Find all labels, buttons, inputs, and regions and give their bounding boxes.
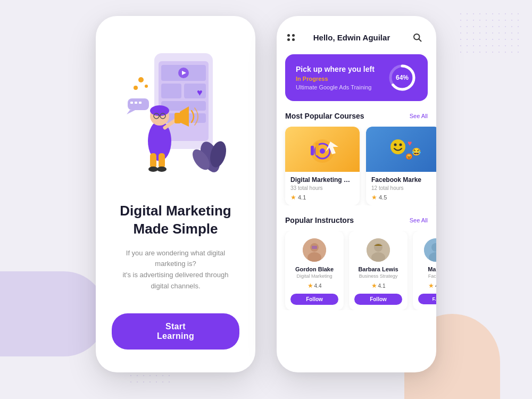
instructor-name-gordon: Gordon Blake — [295, 266, 334, 272]
courses-section-header: Most Popular Courses See All — [277, 112, 436, 120]
dashboard-header: Hello, Edwin Aguilar — [277, 16, 436, 54]
follow-button-gordon[interactable]: Follow — [290, 294, 338, 305]
star-icon: ★ — [290, 194, 296, 201]
instructor-card-gordon[interactable]: Gordon Blake Digital Marketing ★ 4.4 Fol… — [285, 231, 344, 310]
course-card-body-1: Digital Marketing Cousre 33 total hours … — [285, 172, 360, 205]
instructors-row: Gordon Blake Digital Marketing ★ 4.4 Fol… — [277, 231, 436, 310]
menu-dot — [287, 34, 290, 37]
course-card-2[interactable]: ♥ 😂 😡 Facebook Marke 12 total hours ★ 4.… — [366, 127, 436, 205]
onboarding-content: Digital MarketingMade Simple If you are … — [112, 202, 239, 351]
svg-text:😂: 😂 — [412, 147, 421, 156]
course-hours-2: 12 total hours — [371, 185, 435, 191]
illustration-area: ♥ — [112, 37, 239, 186]
star-icon: ★ — [428, 282, 434, 289]
instructor-specialty-gordon: Digital Marketing — [296, 273, 332, 279]
instructor-name-barbara: Barbara Lewis — [358, 266, 398, 272]
instructor-rating-manu: ★ 4.2 — [428, 282, 436, 289]
start-learning-button[interactable]: Start Learning — [112, 313, 239, 350]
course-rating-2: ★ 4.5 — [371, 194, 435, 201]
courses-row: Digital Marketing Cousre 33 total hours … — [277, 127, 436, 205]
progress-status: In Progress — [296, 76, 375, 82]
svg-rect-25 — [135, 102, 137, 104]
courses-see-all[interactable]: See All — [410, 113, 428, 119]
progress-percentage: 64% — [396, 74, 409, 81]
svg-text:♥: ♥ — [408, 139, 412, 147]
svg-point-45 — [394, 143, 397, 146]
progress-card-content: Pick up where you left In Progress Ultim… — [296, 65, 375, 90]
onboarding-description: If you are wondering what digital market… — [117, 248, 234, 292]
rating-barbara: 4.1 — [378, 283, 386, 289]
instructor-card-manu[interactable]: Manu Face... ★ 4.2 F... — [413, 231, 436, 310]
svg-rect-24 — [130, 102, 133, 104]
star-icon: ★ — [371, 194, 377, 201]
onboarding-title: Digital MarketingMade Simple — [120, 202, 231, 238]
menu-dot — [292, 38, 295, 41]
search-icon[interactable] — [409, 29, 426, 46]
svg-rect-41 — [311, 146, 314, 155]
svg-rect-21 — [174, 113, 181, 123]
instructor-card-barbara[interactable]: Barbara Lewis Business Strategy ★ 4.1 Fo… — [349, 231, 408, 310]
courses-section-title: Most Popular Courses — [285, 112, 364, 120]
svg-text:♥: ♥ — [197, 87, 203, 98]
course-image-2: ♥ 😂 😡 — [366, 127, 436, 172]
instructor-specialty-manu: Face... — [428, 273, 436, 279]
star-icon: ★ — [371, 282, 377, 289]
instructor-avatar-gordon — [303, 238, 326, 262]
menu-dot — [287, 38, 290, 41]
svg-point-15 — [150, 105, 169, 116]
course-title-1: Digital Marketing Cousre — [290, 176, 354, 184]
svg-point-13 — [157, 167, 167, 172]
course-card-1[interactable]: Digital Marketing Cousre 33 total hours … — [285, 127, 360, 205]
course-hours-1: 33 total hours — [290, 185, 354, 191]
svg-point-40 — [320, 148, 325, 154]
instructor-specialty-barbara: Business Strategy — [359, 273, 398, 279]
svg-rect-42 — [315, 143, 319, 155]
dashboard-screen: Hello, Edwin Aguilar Pick up where you l… — [277, 16, 436, 372]
follow-button-barbara[interactable]: Follow — [354, 294, 402, 305]
svg-text:😡: 😡 — [405, 153, 413, 160]
instructor-rating-barbara: ★ 4.1 — [371, 282, 386, 289]
svg-point-29 — [134, 86, 138, 90]
progress-circle: 64% — [387, 63, 417, 93]
menu-dot — [292, 34, 295, 37]
course-title-2: Facebook Marke — [371, 176, 435, 184]
rating-manu: 4.2 — [435, 283, 436, 289]
instructor-avatar-barbara — [367, 238, 390, 262]
progress-card[interactable]: Pick up where you left In Progress Ultim… — [285, 54, 428, 101]
svg-line-35 — [419, 39, 421, 41]
course-card-body-2: Facebook Marke 12 total hours ★ 4.5 — [366, 172, 436, 205]
onboarding-screen: ♥ Digital MarketingMade Simple If you ar… — [96, 16, 255, 372]
instructors-see-all[interactable]: See All — [410, 217, 428, 223]
rating-value-2: 4.5 — [379, 194, 387, 201]
instructor-rating-gordon: ★ 4.4 — [307, 282, 322, 289]
course-rating-1: ★ 4.1 — [290, 194, 354, 201]
svg-rect-26 — [139, 102, 142, 104]
svg-rect-22 — [128, 98, 149, 110]
svg-marker-23 — [127, 110, 135, 114]
rating-gordon: 4.4 — [314, 283, 322, 289]
svg-point-28 — [138, 77, 144, 82]
svg-rect-4 — [184, 84, 206, 98]
progress-course-name: Ultimate Google Ads Training — [296, 84, 375, 90]
follow-button-manu[interactable]: F... — [418, 294, 436, 304]
header-greeting: Hello, Edwin Aguilar — [313, 33, 390, 42]
instructors-section-title: Popular Instructors — [285, 216, 354, 225]
instructors-section-header: Popular Instructors See All — [277, 216, 436, 225]
svg-rect-3 — [161, 84, 181, 98]
screens-container: ♥ Digital MarketingMade Simple If you ar… — [0, 16, 532, 372]
svg-rect-11 — [159, 153, 165, 168]
svg-rect-53 — [312, 246, 317, 249]
rating-value-1: 4.1 — [298, 194, 306, 201]
svg-point-30 — [145, 85, 148, 88]
star-icon: ★ — [307, 282, 313, 289]
menu-icon[interactable] — [287, 34, 295, 41]
instructor-name-manu: Manu — [428, 266, 436, 272]
svg-rect-10 — [150, 153, 156, 168]
svg-point-44 — [390, 139, 405, 154]
course-image-1 — [285, 127, 360, 172]
progress-card-title: Pick up where you left — [296, 65, 375, 73]
svg-point-46 — [400, 143, 402, 146]
svg-point-12 — [148, 167, 158, 172]
instructor-avatar-manu — [424, 238, 437, 262]
